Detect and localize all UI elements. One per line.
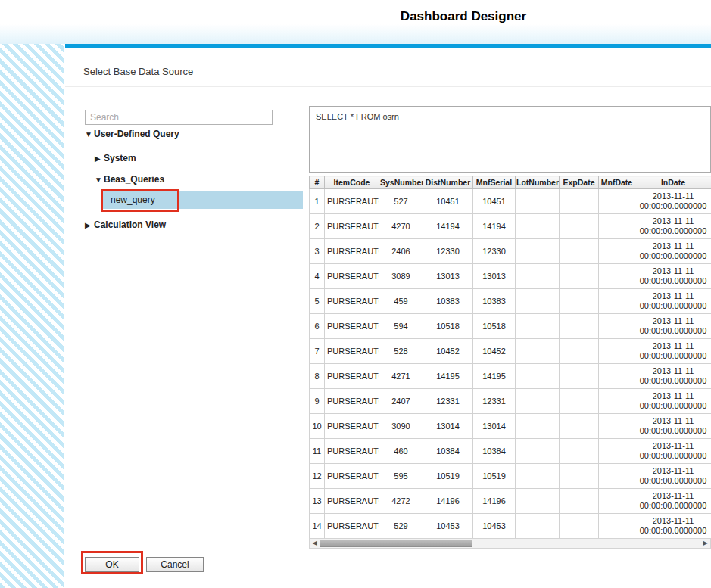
dialog-title: Select Base Data Source [83, 66, 193, 77]
table-cell: 10518 [473, 314, 516, 339]
table-cell: 11 [310, 439, 325, 464]
table-row[interactable]: 8PURSERAUTO427114195141952013-11-11 00:0… [310, 364, 711, 389]
table-cell: PURSERAUTO [325, 264, 379, 289]
scrollbar-thumb[interactable] [320, 540, 472, 547]
table-cell: 14195 [473, 364, 516, 389]
table-cell: 10384 [423, 439, 473, 464]
table-cell: 4272 [379, 489, 423, 514]
table-cell [599, 489, 635, 514]
column-header[interactable]: ItemCode [325, 176, 379, 189]
table-cell: PURSERAUTO [325, 314, 379, 339]
table-cell [560, 264, 599, 289]
table-row[interactable]: 3PURSERAUTO240612330123302013-11-11 00:0… [310, 239, 711, 264]
table-cell: 9 [310, 389, 325, 414]
table-row[interactable]: 10PURSERAUTO309013014130142013-11-11 00:… [310, 414, 711, 439]
table-cell: 2013-11-11 00:00:00.0000000 [635, 439, 711, 464]
table-cell: 10452 [473, 339, 516, 364]
table-row[interactable]: 2PURSERAUTO427014194141942013-11-11 00:0… [310, 214, 711, 239]
tree-item-system[interactable]: ▶System [95, 153, 136, 163]
table-row[interactable]: 11PURSERAUTO46010384103842013-11-11 00:0… [310, 439, 711, 464]
table-cell: 529 [379, 514, 423, 539]
horizontal-scrollbar[interactable]: ◀ ▶ [309, 538, 711, 549]
app-title: Dashboard Designer [216, 9, 711, 24]
tree-item-beas-queries[interactable]: ▼Beas_Queries [95, 174, 164, 185]
tree-item-user-defined-query[interactable]: ▼User-Defined Query [85, 129, 179, 139]
table-row[interactable]: 9PURSERAUTO240712331123312013-11-11 00:0… [310, 389, 711, 414]
table-cell [599, 389, 635, 414]
table-cell: 3090 [379, 414, 423, 439]
table-cell: 10383 [423, 289, 473, 314]
chevron-right-icon[interactable]: ▶ [95, 154, 104, 163]
table-cell [599, 364, 635, 389]
column-header[interactable]: DistNumber [423, 176, 473, 189]
scroll-left-arrow-icon[interactable]: ◀ [310, 539, 320, 548]
decorative-stripes [0, 44, 64, 588]
column-header[interactable]: # [310, 176, 325, 189]
table-cell: PURSERAUTO [325, 414, 379, 439]
table-cell [516, 464, 560, 489]
data-source-tree: ▼User-Defined Query ▶System ▼Beas_Querie… [85, 124, 304, 260]
table-cell: 14 [310, 514, 325, 539]
table-row[interactable]: 12PURSERAUTO59510519105192013-11-11 00:0… [310, 464, 711, 489]
cancel-button[interactable]: Cancel [146, 557, 204, 572]
query-text-area[interactable]: SELECT * FROM osrn [309, 106, 711, 173]
chevron-down-icon[interactable]: ▼ [95, 176, 104, 184]
table-cell: 2013-11-11 00:00:00.0000000 [635, 189, 711, 214]
search-input[interactable] [85, 110, 273, 125]
table-cell: PURSERAUTO [325, 364, 379, 389]
table-cell: 2013-11-11 00:00:00.0000000 [635, 389, 711, 414]
table-cell: 6 [310, 314, 325, 339]
scroll-right-arrow-icon[interactable]: ▶ [700, 539, 710, 548]
ok-button[interactable]: OK [85, 557, 139, 572]
results-table-body: 1PURSERAUTO52710451104512013-11-11 00:00… [310, 189, 711, 539]
column-header[interactable]: ExpDate [560, 176, 599, 189]
table-row[interactable]: 1PURSERAUTO52710451104512013-11-11 00:00… [310, 189, 711, 214]
table-cell: 2013-11-11 00:00:00.0000000 [635, 264, 711, 289]
table-cell: 10452 [423, 339, 473, 364]
table-cell [516, 439, 560, 464]
table-cell: 1 [310, 189, 325, 214]
column-header[interactable]: MnfDate [599, 176, 635, 189]
table-cell: 14196 [423, 489, 473, 514]
table-row[interactable]: 14PURSERAUTO52910453104532013-11-11 00:0… [310, 514, 711, 539]
dialog-header: Select Base Data Source [65, 48, 711, 87]
table-cell [599, 314, 635, 339]
table-cell: 595 [379, 464, 423, 489]
table-cell [599, 214, 635, 239]
table-row[interactable]: 7PURSERAUTO52810452104522013-11-11 00:00… [310, 339, 711, 364]
table-cell [516, 314, 560, 339]
table-row[interactable]: 5PURSERAUTO45910383103832013-11-11 00:00… [310, 289, 711, 314]
table-row[interactable]: 4PURSERAUTO308913013130132013-11-11 00:0… [310, 264, 711, 289]
table-cell: 13014 [473, 414, 516, 439]
table-cell: 10 [310, 414, 325, 439]
table-cell: PURSERAUTO [325, 464, 379, 489]
column-header[interactable]: LotNumber [516, 176, 560, 189]
tree-item-calculation-view[interactable]: ▶Calculation View [85, 219, 166, 230]
table-cell: 8 [310, 364, 325, 389]
table-cell [560, 339, 599, 364]
table-cell [516, 364, 560, 389]
table-cell: 10451 [473, 189, 516, 214]
table-cell: 594 [379, 314, 423, 339]
table-cell: 10519 [423, 464, 473, 489]
table-cell: PURSERAUTO [325, 439, 379, 464]
column-header[interactable]: MnfSerial [473, 176, 516, 189]
column-header[interactable]: InDate [635, 176, 711, 189]
table-cell: 12331 [473, 389, 516, 414]
table-cell: 12331 [423, 389, 473, 414]
column-header[interactable]: SysNumber [379, 176, 423, 189]
chevron-right-icon[interactable]: ▶ [85, 221, 94, 229]
table-row[interactable]: 13PURSERAUTO427214196141962013-11-11 00:… [310, 489, 711, 514]
chevron-down-icon[interactable]: ▼ [85, 130, 94, 138]
table-cell: 2013-11-11 00:00:00.0000000 [635, 364, 711, 389]
table-cell: 13 [310, 489, 325, 514]
table-cell: 2407 [379, 389, 423, 414]
table-cell: 528 [379, 339, 423, 364]
table-cell [516, 514, 560, 539]
tree-item-new-query[interactable]: new_query [102, 191, 303, 209]
table-cell: 3089 [379, 264, 423, 289]
table-cell: 13014 [423, 414, 473, 439]
table-row[interactable]: 6PURSERAUTO59410518105182013-11-11 00:00… [310, 314, 711, 339]
table-cell: 10453 [473, 514, 516, 539]
results-grid-container: #ItemCodeSysNumberDistNumberMnfSerialLot… [309, 176, 711, 539]
